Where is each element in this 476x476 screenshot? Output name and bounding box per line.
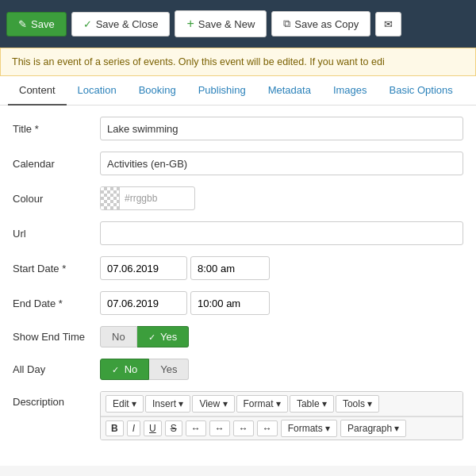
italic-label: I xyxy=(132,423,135,434)
notice-text: This is an event of a series of events. … xyxy=(12,56,385,67)
all-day-no-btn[interactable]: ✓ No xyxy=(100,359,149,380)
table-label: Table xyxy=(297,398,320,409)
start-date-input[interactable] xyxy=(100,256,187,280)
save-close-button[interactable]: ✓ Save & Close xyxy=(71,12,171,36)
calendar-input[interactable] xyxy=(100,152,463,175)
toolbar: ✎ Save ✓ Save & Close + Save & New ⧉ Sav… xyxy=(0,0,476,48)
align-left-icon: ↔ xyxy=(191,423,201,434)
all-day-toggle: ✓ No Yes xyxy=(100,359,189,380)
colour-row: Colour xyxy=(13,186,463,210)
extra-button[interactable]: ✉ xyxy=(375,12,401,36)
tab-content[interactable]: Content xyxy=(8,76,67,106)
show-end-time-toggle: No ✓ Yes xyxy=(100,326,189,347)
title-row: Title * xyxy=(13,117,463,140)
check-icon-yes: ✓ xyxy=(148,332,155,342)
all-day-yes-btn[interactable]: Yes xyxy=(149,359,189,380)
formats-label: Formats xyxy=(288,423,323,434)
colour-input[interactable] xyxy=(120,187,183,209)
table-menu-btn[interactable]: Table ▾ xyxy=(290,395,334,413)
tab-images[interactable]: Images xyxy=(322,76,378,106)
save-new-button[interactable]: + Save & New xyxy=(175,10,267,37)
align-left-btn[interactable]: ↔ xyxy=(186,420,206,436)
underline-btn[interactable]: U xyxy=(144,420,162,436)
check-icon: ✓ xyxy=(83,18,92,30)
all-day-row: All Day ✓ No Yes xyxy=(13,359,463,380)
envelope-icon: ✉ xyxy=(384,18,393,30)
url-label: Url xyxy=(13,228,100,240)
show-end-time-label: Show End Time xyxy=(13,331,100,343)
desc-format-row: B I U S ↔ ↔ ↔ xyxy=(101,416,463,440)
plus-icon: + xyxy=(186,17,194,31)
show-end-time-no-btn[interactable]: No xyxy=(100,326,137,347)
end-date-group xyxy=(100,291,270,315)
align-justify-icon: ↔ xyxy=(263,423,272,434)
paragraph-dropdown-btn[interactable]: Paragraph ▾ xyxy=(340,420,406,437)
desc-toolbar: Edit ▾ Insert ▾ View ▾ Format ▾ Table ▾ … xyxy=(101,392,463,416)
tools-menu-btn[interactable]: Tools ▾ xyxy=(336,395,379,413)
tab-booking[interactable]: Booking xyxy=(128,76,187,106)
underline-label: U xyxy=(149,423,156,434)
start-date-group xyxy=(100,256,270,280)
formats-dropdown-btn[interactable]: Formats ▾ xyxy=(281,420,337,437)
check-icon-no: ✓ xyxy=(112,365,119,374)
url-row: Url xyxy=(13,221,463,245)
bold-btn[interactable]: B xyxy=(106,420,124,436)
tab-metadata[interactable]: Metadata xyxy=(257,76,322,106)
tools-label: Tools xyxy=(343,398,365,409)
italic-btn[interactable]: I xyxy=(127,420,140,436)
description-row: Description Edit ▾ Insert ▾ View ▾ Forma… xyxy=(13,391,463,440)
copy-icon: ⧉ xyxy=(283,17,290,30)
view-menu-btn[interactable]: View ▾ xyxy=(192,395,234,413)
title-input[interactable] xyxy=(100,117,463,140)
end-date-input[interactable] xyxy=(100,291,187,315)
tabs-container: Content Location Booking Publishing Meta… xyxy=(0,76,476,106)
start-time-input[interactable] xyxy=(190,256,270,280)
bold-label: B xyxy=(111,423,118,434)
calendar-row: Calendar xyxy=(13,152,463,175)
colour-label: Colour xyxy=(13,193,100,205)
show-end-time-yes-btn[interactable]: ✓ Yes xyxy=(137,326,190,347)
insert-label: Insert xyxy=(152,398,176,409)
end-time-input[interactable] xyxy=(190,291,270,315)
align-center-btn[interactable]: ↔ xyxy=(209,420,230,436)
paragraph-label: Paragraph xyxy=(347,423,392,434)
save-copy-button[interactable]: ⧉ Save as Copy xyxy=(271,11,370,36)
save-copy-label: Save as Copy xyxy=(294,18,359,30)
save-label: Save xyxy=(31,18,55,30)
strikethrough-btn[interactable]: S xyxy=(165,420,182,436)
save-button[interactable]: ✎ Save xyxy=(6,12,67,36)
align-center-icon: ↔ xyxy=(215,423,225,434)
save-icon: ✎ xyxy=(18,18,27,30)
edit-menu-btn[interactable]: Edit ▾ xyxy=(106,395,144,413)
calendar-label: Calendar xyxy=(13,158,100,170)
description-label: Description xyxy=(13,391,100,408)
title-label: Title * xyxy=(13,123,100,135)
all-day-no-label: No xyxy=(125,363,138,375)
format-menu-btn[interactable]: Format ▾ xyxy=(236,395,288,413)
save-new-label: Save & New xyxy=(198,18,255,30)
strikethrough-label: S xyxy=(171,423,177,434)
start-date-label: Start Date * xyxy=(13,263,100,274)
tab-basic-options[interactable]: Basic Options xyxy=(378,76,464,106)
align-right-btn[interactable]: ↔ xyxy=(233,420,254,436)
show-end-time-row: Show End Time No ✓ Yes xyxy=(13,326,463,347)
tab-publishing[interactable]: Publishing xyxy=(187,76,257,106)
start-date-row: Start Date * xyxy=(13,256,463,280)
colour-wrapper xyxy=(100,186,195,210)
edit-label: Edit xyxy=(113,398,129,409)
tab-location[interactable]: Location xyxy=(67,76,128,106)
colour-checker-icon[interactable] xyxy=(101,187,120,209)
notice-bar: This is an event of a series of events. … xyxy=(0,48,476,76)
all-day-label: All Day xyxy=(13,363,100,375)
url-input[interactable] xyxy=(100,221,463,245)
show-end-time-no-label: No xyxy=(112,331,125,343)
save-close-label: Save & Close xyxy=(96,18,159,30)
view-label: View xyxy=(199,398,220,409)
align-justify-btn[interactable]: ↔ xyxy=(257,420,278,436)
insert-menu-btn[interactable]: Insert ▾ xyxy=(145,395,190,413)
show-end-time-yes-label: Yes xyxy=(160,331,177,343)
end-date-row: End Date * xyxy=(13,291,463,315)
form-area: Title * Calendar Colour Url Start Date *… xyxy=(0,106,476,466)
format-label: Format xyxy=(244,398,274,409)
end-date-label: End Date * xyxy=(13,298,100,309)
